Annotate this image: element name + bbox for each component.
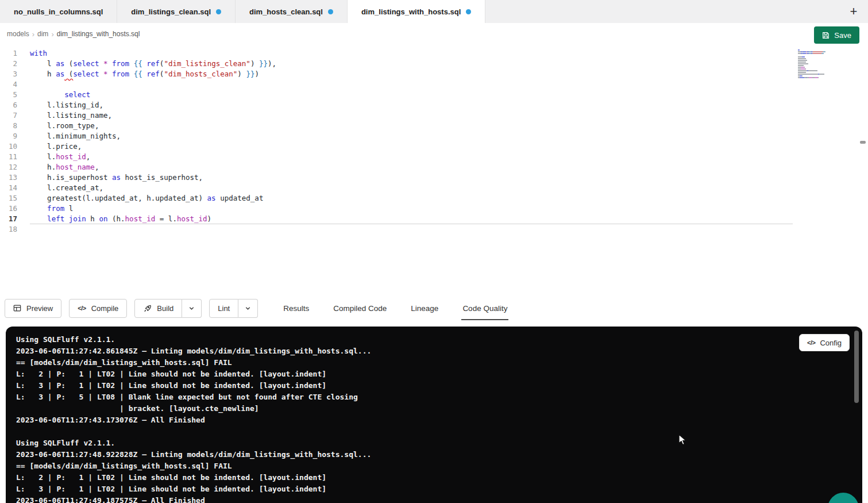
code-line[interactable]: h as (select * from {{ ref("dim_hosts_cl…	[30, 69, 793, 79]
code-line[interactable]: l.minimum_nights,	[30, 131, 793, 141]
code-line[interactable]: left join h on (h.host_id = l.host_id)	[30, 214, 793, 224]
breadcrumb-item[interactable]: dim_listings_with_hosts.sql	[57, 30, 140, 38]
file-tab[interactable]: no_nulls_in_columns.sql	[0, 0, 117, 23]
code-line[interactable]: l.host_id,	[30, 152, 793, 162]
terminal-line: Using SQLFluff v2.1.1.	[16, 334, 862, 345]
floppy-icon	[822, 32, 830, 39]
terminal-output: Using SQLFluff v2.1.1.2023-06-06T11:27:4…	[16, 334, 862, 503]
code-line[interactable]: l.listing_id,	[30, 100, 793, 110]
code-line[interactable]: l.listing_name,	[30, 110, 793, 121]
terminal-line: 2023-06-06T11:27:49.187575Z — All Finish…	[16, 495, 862, 503]
config-button-label: Config	[820, 339, 842, 347]
config-button[interactable]: </> Config	[799, 334, 850, 351]
panel-tabs: ResultsCompiled CodeLineageCode Quality	[282, 300, 508, 317]
compile-button-label: Compile	[91, 304, 119, 313]
build-button[interactable]: Build	[134, 299, 182, 318]
line-number: 5	[0, 90, 17, 100]
code-line[interactable]: l.created_at,	[30, 183, 793, 193]
file-tab[interactable]: dim_hosts_clean.sql	[236, 0, 348, 23]
save-button[interactable]: Save	[814, 26, 859, 44]
line-number: 6	[0, 100, 17, 110]
line-number: 15	[0, 193, 17, 203]
code-icon: </>	[807, 339, 815, 346]
terminal-scrollbar-thumb[interactable]	[854, 331, 859, 403]
line-number: 1	[0, 48, 17, 59]
editor-scrollbar-marker[interactable]	[860, 141, 866, 144]
line-number: 2	[0, 59, 17, 69]
editor-gutter: 123456789101112131415161718	[0, 48, 24, 235]
chevron-down-icon	[245, 305, 251, 312]
terminal-line: L: 3 | P: 5 | LT08 | Blank line expected…	[16, 391, 862, 403]
lint-button[interactable]: Lint	[209, 299, 238, 318]
preview-button[interactable]: Preview	[5, 299, 61, 318]
file-tab-label: dim_hosts_clean.sql	[249, 7, 323, 16]
terminal-line: L: 2 | P: 1 | LT02 | Line should not be …	[16, 368, 862, 380]
editor-toolbar: Preview </> Compile Build	[0, 293, 868, 323]
code-line[interactable]: from l	[30, 203, 793, 214]
editor-code-lines: with l as (select * from {{ ref("dim_lis…	[24, 48, 793, 235]
code-line[interactable]: with	[30, 48, 793, 59]
compile-button[interactable]: </> Compile	[69, 299, 127, 318]
breadcrumb-separator-icon: ›	[32, 30, 34, 39]
breadcrumb-item[interactable]: dim	[37, 30, 48, 38]
build-dropdown-button[interactable]	[182, 299, 202, 318]
terminal-line: L: 3 | P: 1 | LT02 | Line should not be …	[16, 483, 862, 495]
line-number: 14	[0, 183, 17, 193]
file-tab[interactable]: dim_listings_with_hosts.sql	[348, 0, 485, 23]
build-button-label: Build	[157, 304, 173, 313]
code-line[interactable]: l as (select * from {{ ref("dim_listings…	[30, 59, 793, 69]
file-tab-label: dim_listings_with_hosts.sql	[361, 7, 461, 16]
line-number: 16	[0, 203, 17, 214]
line-number: 13	[0, 172, 17, 183]
code-icon: </>	[78, 305, 86, 312]
breadcrumb-bar: models›dim›dim_listings_with_hosts.sql	[0, 23, 868, 45]
panel-tab-compiled-code[interactable]: Compiled Code	[332, 300, 388, 317]
new-tab-button[interactable]: +	[844, 0, 863, 23]
file-tabs: no_nulls_in_columns.sqldim_listings_clea…	[0, 0, 485, 23]
save-button-label: Save	[834, 31, 851, 40]
line-number: 10	[0, 141, 17, 152]
plus-icon: +	[850, 4, 858, 19]
line-number: 12	[0, 162, 17, 172]
lint-split-button: Lint	[209, 299, 258, 318]
panel-tab-lineage[interactable]: Lineage	[410, 300, 439, 317]
rocket-icon	[143, 304, 152, 313]
code-line[interactable]	[30, 79, 793, 90]
code-line[interactable]: greatest(l.updated_at, h.updated_at) as …	[30, 193, 793, 203]
code-line[interactable]: l.room_type,	[30, 121, 793, 131]
line-number: 11	[0, 152, 17, 162]
line-number: 3	[0, 69, 17, 79]
terminal-line: Using SQLFluff v2.1.1.	[16, 437, 862, 449]
code-line[interactable]: h.is_superhost as host_is_superhost,	[30, 172, 793, 183]
build-split-button: Build	[134, 299, 202, 318]
terminal-panel: Using SQLFluff v2.1.1.2023-06-06T11:27:4…	[6, 327, 862, 503]
file-tab-label: dim_listings_clean.sql	[131, 7, 211, 16]
breadcrumb-separator-icon: ›	[51, 30, 53, 39]
breadcrumb-item[interactable]: models	[7, 30, 29, 38]
code-line[interactable]: l.price,	[30, 141, 793, 152]
lint-dropdown-button[interactable]	[238, 299, 258, 318]
code-editor[interactable]: 123456789101112131415161718 with l as (s…	[0, 45, 868, 293]
code-line[interactable]: h.host_name,	[30, 162, 793, 172]
breadcrumb: models›dim›dim_listings_with_hosts.sql	[6, 30, 141, 39]
panel-tab-code-quality[interactable]: Code Quality	[461, 300, 508, 317]
file-tab[interactable]: dim_listings_clean.sql	[117, 0, 236, 23]
terminal-line: L: 3 | P: 1 | LT02 | Line should not be …	[16, 380, 862, 391]
terminal-line: L: 2 | P: 1 | LT02 | Line should not be …	[16, 472, 862, 483]
code-line[interactable]: select	[30, 90, 793, 100]
line-number: 18	[0, 224, 17, 235]
code-line[interactable]	[30, 224, 793, 235]
terminal-line: == [models/dim/dim_listings_with_hosts.s…	[16, 357, 862, 368]
line-number: 9	[0, 131, 17, 141]
lint-button-label: Lint	[218, 304, 230, 313]
unsaved-changes-dot-icon	[328, 9, 333, 14]
terminal-line: 2023-06-06T11:27:43.173076Z — All Finish…	[16, 414, 862, 426]
code-area: 123456789101112131415161718 with l as (s…	[0, 48, 793, 235]
line-number: 17	[0, 214, 17, 224]
panel-tab-results[interactable]: Results	[282, 300, 310, 317]
line-number: 4	[0, 79, 17, 90]
unsaved-changes-dot-icon	[466, 9, 471, 14]
editor-minimap[interactable]	[798, 49, 840, 80]
terminal-line: | bracket. [layout.cte_newline]	[16, 403, 862, 414]
chevron-down-icon	[188, 305, 195, 312]
